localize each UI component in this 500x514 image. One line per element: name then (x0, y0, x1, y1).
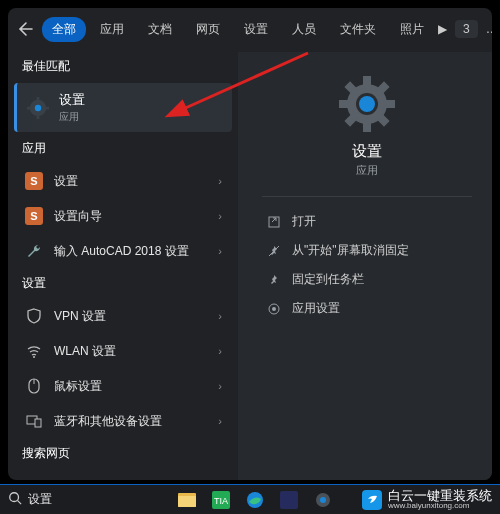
chevron-right-icon: › (218, 345, 222, 357)
apps-header: 应用 (14, 134, 232, 163)
action-label: 从"开始"屏幕取消固定 (292, 242, 409, 259)
svg-text:TIA: TIA (214, 496, 228, 506)
detail-gear-icon (339, 76, 395, 132)
watermark-sub: www.baiyunxitong.com (388, 502, 492, 510)
settings-item-label: VPN 设置 (54, 308, 218, 325)
settings-item-label: 蓝牙和其他设备设置 (54, 413, 218, 430)
watermark: 白云一键重装系统 www.baiyunxitong.com (362, 489, 500, 510)
svg-point-29 (272, 307, 276, 311)
svg-point-40 (320, 497, 326, 503)
app-item-2[interactable]: 输入 AutoCAD 2018 设置› (14, 234, 232, 268)
app-item-label: 设置 (54, 173, 218, 190)
pin-icon (266, 272, 282, 288)
detail-subtitle: 应用 (252, 163, 482, 178)
divider (262, 196, 472, 197)
action-3[interactable]: 应用设置 (252, 294, 482, 323)
app-item-label: 设置向导 (54, 208, 218, 225)
header-count[interactable]: 3 (455, 20, 478, 38)
sogou-icon: S (24, 171, 44, 191)
taskbar-search[interactable]: 设置 (0, 485, 170, 514)
shield-icon (24, 306, 44, 326)
taskbar-settings-icon[interactable] (308, 485, 338, 515)
search-icon (24, 476, 44, 480)
taskbar-search-text: 设置 (28, 491, 52, 508)
settings-header: 设置 (14, 269, 232, 298)
chevron-right-icon: › (218, 380, 222, 392)
app-item-0[interactable]: S设置› (14, 164, 232, 198)
wrench-icon (24, 241, 44, 261)
svg-rect-10 (35, 419, 41, 427)
sogou-icon: S (24, 206, 44, 226)
action-label: 固定到任务栏 (292, 271, 364, 288)
detail-title: 设置 (252, 142, 482, 161)
taskbar-app2-icon[interactable] (274, 485, 304, 515)
more-button[interactable]: … (486, 22, 492, 36)
settings-item-label: 鼠标设置 (54, 378, 218, 395)
action-1[interactable]: 从"开始"屏幕取消固定 (252, 236, 482, 265)
gear-icon (266, 301, 282, 317)
back-button[interactable] (18, 17, 34, 41)
best-match-subtitle: 应用 (59, 110, 85, 124)
tab-2[interactable]: 文档 (138, 17, 182, 42)
tab-3[interactable]: 网页 (186, 17, 230, 42)
tab-4[interactable]: 设置 (234, 17, 278, 42)
svg-line-32 (18, 500, 22, 504)
taskbar-explorer-icon[interactable] (172, 485, 202, 515)
gear-icon (27, 97, 49, 119)
settings-item-1[interactable]: WLAN 设置› (14, 334, 232, 368)
chevron-right-icon: › (218, 175, 222, 187)
unpin-icon (266, 243, 282, 259)
svg-rect-38 (280, 491, 298, 509)
tab-1[interactable]: 应用 (90, 17, 134, 42)
devices-icon (24, 411, 44, 431)
taskbar-edge-icon[interactable] (240, 485, 270, 515)
results-column: 最佳匹配 设置 应用 应用 S设置›S设置向导›输入 AutoCAD 2018 … (8, 52, 238, 480)
search-icon (8, 491, 22, 509)
tab-5[interactable]: 人员 (282, 17, 326, 42)
best-match-header: 最佳匹配 (14, 52, 232, 81)
action-2[interactable]: 固定到任务栏 (252, 265, 482, 294)
settings-item-2[interactable]: 鼠标设置› (14, 369, 232, 403)
play-button[interactable]: ▶ (438, 22, 447, 36)
svg-point-6 (33, 356, 35, 358)
app-item-1[interactable]: S设置向导› (14, 199, 232, 233)
chevron-right-icon: › (218, 245, 222, 257)
svg-point-25 (359, 96, 375, 112)
settings-item-0[interactable]: VPN 设置› (14, 299, 232, 333)
chevron-right-icon: › (218, 210, 222, 222)
tab-6[interactable]: 文件夹 (330, 17, 386, 42)
mouse-icon (24, 376, 44, 396)
action-label: 应用设置 (292, 300, 340, 317)
svg-point-31 (10, 492, 19, 501)
action-label: 打开 (292, 213, 316, 230)
web-item-label: 设置 - 查看网络搜索结果 (54, 478, 218, 481)
taskbar: 设置 TIA 白云一键重装系统 www.baiyunxitong.com (0, 484, 500, 514)
taskbar-app-icon[interactable]: TIA (206, 485, 236, 515)
settings-item-label: WLAN 设置 (54, 343, 218, 360)
watermark-logo (362, 490, 382, 510)
chevron-right-icon: › (218, 310, 222, 322)
best-match-item[interactable]: 设置 应用 (14, 83, 232, 132)
tab-7[interactable]: 照片 (390, 17, 434, 42)
settings-item-3[interactable]: 蓝牙和其他设备设置› (14, 404, 232, 438)
action-0[interactable]: 打开 (252, 207, 482, 236)
svg-rect-34 (178, 496, 196, 507)
detail-column: 设置 应用 打开从"开始"屏幕取消固定固定到任务栏应用设置 (238, 52, 492, 480)
open-icon (266, 214, 282, 230)
app-item-label: 输入 AutoCAD 2018 设置 (54, 243, 218, 260)
best-match-title: 设置 (59, 91, 85, 109)
wifi-icon (24, 341, 44, 361)
web-header: 搜索网页 (14, 439, 232, 468)
chevron-right-icon: › (218, 415, 222, 427)
web-item-0[interactable]: 设置 - 查看网络搜索结果› (14, 469, 232, 480)
tab-0[interactable]: 全部 (42, 17, 86, 42)
svg-point-1 (35, 104, 41, 110)
